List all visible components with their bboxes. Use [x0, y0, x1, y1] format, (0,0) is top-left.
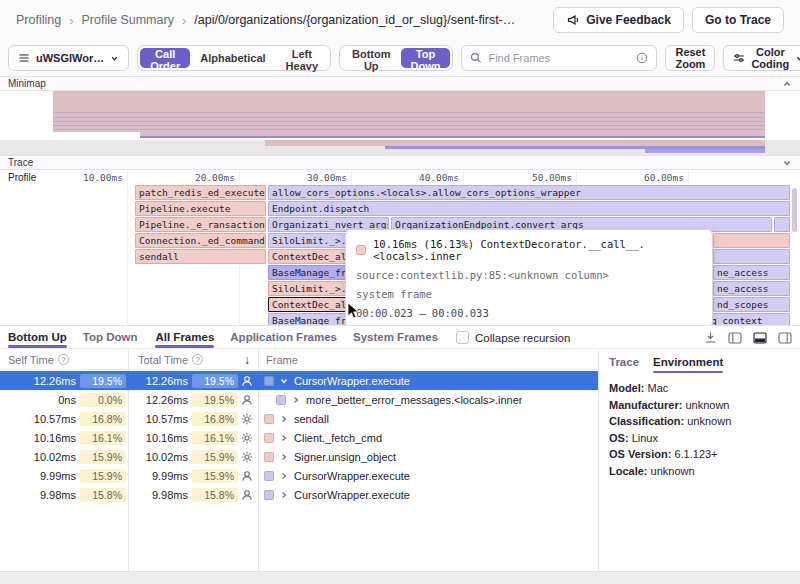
flame-frame[interactable]: patch_redis_ed_execute [135, 185, 266, 200]
flame-frame[interactable]: sendall [135, 249, 266, 264]
frame-name: more_better_error_messages.<locals>.inne… [306, 394, 522, 406]
frame-name: sendall [294, 413, 329, 425]
dock-right-icon[interactable] [778, 332, 792, 344]
chevron-right-icon[interactable] [279, 414, 289, 424]
frame-color-swatch [276, 395, 286, 405]
tab-environment[interactable]: Environment [653, 353, 723, 373]
sort-descending-icon[interactable]: ↓ [244, 353, 250, 367]
frame-color-swatch [264, 471, 274, 481]
download-icon[interactable] [704, 331, 717, 344]
frame-cell[interactable]: Client._fetch_cmd [258, 428, 598, 447]
chevron-up-icon [782, 79, 792, 89]
self-time-cell: 0ns0.0% [0, 393, 128, 407]
total-time-cell: 10.57ms16.8% [128, 412, 258, 426]
details-panel: Trace Environment Model: MacManufacturer… [598, 350, 800, 571]
total-time-percent: 15.9% [192, 450, 238, 464]
chevron-down-icon[interactable] [279, 376, 289, 386]
table-row[interactable]: 9.98ms15.8%9.98ms15.8%CursorWrapper.exec… [0, 485, 598, 504]
dock-left-icon[interactable] [728, 332, 742, 344]
self-time-cell: 10.16ms16.1% [0, 431, 128, 445]
chevron-right-icon[interactable] [279, 433, 289, 443]
flamegraph-canvas[interactable]: from_user_rq_contextQuerySet__lenseriali… [0, 185, 800, 325]
total-time-cell: 12.26ms19.5% [128, 374, 258, 388]
frame-cell[interactable]: CursorWrapper.execute [258, 485, 598, 504]
give-feedback-label: Give Feedback [586, 13, 671, 27]
breadcrumb-item-endpoint: /api/0/organizations/{organization_id_or… [194, 13, 515, 27]
environment-field: Locale: unknown [609, 463, 800, 480]
frame-color-swatch [264, 490, 274, 500]
vertical-scrollbar-thumb[interactable] [792, 188, 797, 232]
chevron-right-icon[interactable] [279, 452, 289, 462]
flame-frame[interactable]: Pipeline._e_ransaction [135, 217, 266, 232]
flame-frame[interactable]: ne_access [713, 265, 790, 280]
tab-system-frames[interactable]: System Frames [353, 328, 438, 348]
mouse-cursor [347, 302, 360, 324]
table-row[interactable]: 10.16ms16.1%10.16ms16.1%Client._fetch_cm… [0, 428, 598, 447]
trace-section-header[interactable]: Trace [0, 155, 800, 170]
flame-frame[interactable] [713, 233, 790, 248]
table-row[interactable]: 0ns0.0%12.26ms19.5%more_better_error_mes… [0, 390, 598, 409]
horizontal-scrollbar[interactable] [0, 571, 800, 584]
tab-trace[interactable]: Trace [609, 353, 639, 373]
flame-frame[interactable]: Connection._ed_command [135, 233, 266, 248]
find-frames-search[interactable] [461, 45, 657, 71]
field-label: Locale: [609, 465, 651, 477]
table-row[interactable]: 12.26ms19.5%12.26ms19.5%CursorWrapper.ex… [0, 371, 598, 390]
tab-top-down[interactable]: Top Down [83, 328, 138, 348]
tab-all-frames[interactable]: All Frames [155, 328, 214, 348]
left-heavy-button[interactable]: Left Heavy [276, 48, 328, 68]
flame-frame[interactable] [774, 217, 790, 232]
flame-frame[interactable]: nd_scopes [713, 297, 790, 312]
collapse-recursion-toggle[interactable]: Collapse recursion [456, 331, 570, 348]
go-to-trace-button[interactable]: Go to Trace [692, 7, 784, 33]
dock-bottom-icon[interactable] [753, 332, 767, 344]
collapse-recursion-checkbox[interactable] [456, 331, 469, 344]
total-time-value: 10.16ms [128, 432, 188, 444]
total-time-column-header[interactable]: Total Time ? ↓ [128, 353, 258, 367]
user-icon [241, 375, 256, 387]
minimap-bar [645, 149, 765, 153]
flame-frame[interactable]: Pipeline.execute [135, 201, 266, 216]
flame-frame[interactable]: ne_access [713, 281, 790, 296]
color-coding-dropdown[interactable]: Color Coding [723, 45, 800, 71]
breadcrumb-item-profiling[interactable]: Profiling [16, 13, 61, 27]
search-input[interactable] [488, 52, 630, 64]
breadcrumb-item-profile-summary[interactable]: Profile Summary [82, 13, 174, 27]
frame-cell[interactable]: more_better_error_messages.<locals>.inne… [258, 390, 598, 409]
chevron-right-icon[interactable] [279, 490, 289, 500]
thread-selector-dropdown[interactable]: uWSGIWor… [8, 45, 129, 71]
frame-color-swatch [264, 452, 274, 462]
minimap-section-header[interactable]: Minimap [0, 76, 800, 91]
alphabetical-button[interactable]: Alphabetical [190, 48, 275, 68]
chevron-right-icon[interactable] [291, 395, 301, 405]
chevron-right-icon[interactable] [279, 471, 289, 481]
frame-cell[interactable]: sendall [258, 409, 598, 428]
tab-bottom-up[interactable]: Bottom Up [8, 328, 67, 348]
reset-zoom-button[interactable]: Reset Zoom [665, 45, 715, 71]
minimap-canvas[interactable] [0, 91, 800, 155]
table-row[interactable]: 10.02ms15.9%10.02ms15.9%Signer.unsign_ob… [0, 447, 598, 466]
total-time-value: 10.02ms [128, 451, 188, 463]
environment-fields: Model: MacManufacturer: unknownClassific… [609, 373, 800, 479]
flame-frame[interactable]: Endpoint.dispatch [268, 201, 790, 216]
table-row[interactable]: 9.99ms15.9%9.99ms15.9%CursorWrapper.exec… [0, 466, 598, 485]
ruler-tick: 20.00ms [167, 172, 235, 183]
list-icon [18, 52, 30, 64]
flame-frame[interactable]: allow_cors_options.<locals>.allow_cors_o… [268, 185, 790, 200]
table-row[interactable]: 10.57ms16.8%10.57ms16.8%sendall [0, 409, 598, 428]
frame-cell[interactable]: CursorWrapper.execute [258, 371, 598, 390]
environment-field: OS Version: 6.1.123+ [609, 446, 800, 463]
total-time-value: 12.26ms [128, 394, 188, 406]
give-feedback-button[interactable]: Give Feedback [553, 7, 684, 33]
flame-frame[interactable] [713, 249, 790, 264]
bottom-up-button[interactable]: Bottom Up [342, 48, 401, 68]
total-time-percent: 16.8% [192, 412, 238, 426]
frame-cell[interactable]: CursorWrapper.execute [258, 466, 598, 485]
ruler-tick: 10.00ms [55, 172, 123, 183]
frame-cell[interactable]: Signer.unsign_object [258, 447, 598, 466]
frame-column-header[interactable]: Frame [258, 354, 298, 366]
call-order-button[interactable]: Call Order [140, 48, 190, 68]
top-down-button[interactable]: Top Down [401, 48, 451, 68]
tab-application-frames[interactable]: Application Frames [230, 328, 337, 348]
self-time-column-header[interactable]: Self Time ? [0, 354, 128, 366]
